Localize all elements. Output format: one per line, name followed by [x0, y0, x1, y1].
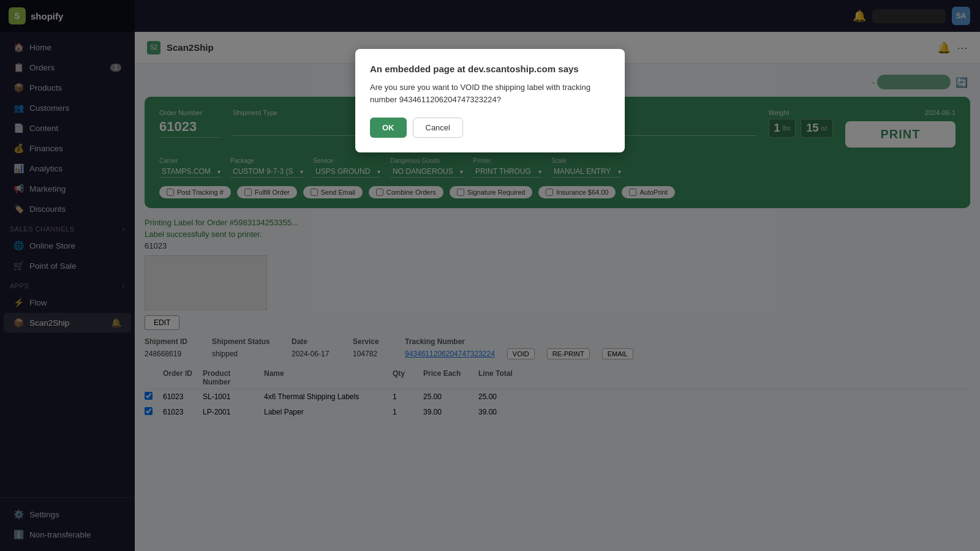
modal-title: An embedded page at dev.scantoship.com s… — [370, 64, 610, 74]
modal-cancel-button[interactable]: Cancel — [413, 118, 463, 138]
modal-body: Are you sure you want to VOID the shippi… — [370, 81, 610, 105]
modal-dialog: An embedded page at dev.scantoship.com s… — [355, 49, 625, 152]
modal-buttons: OK Cancel — [370, 118, 610, 138]
modal-overlay: An embedded page at dev.scantoship.com s… — [0, 0, 980, 551]
modal-ok-button[interactable]: OK — [370, 118, 407, 138]
